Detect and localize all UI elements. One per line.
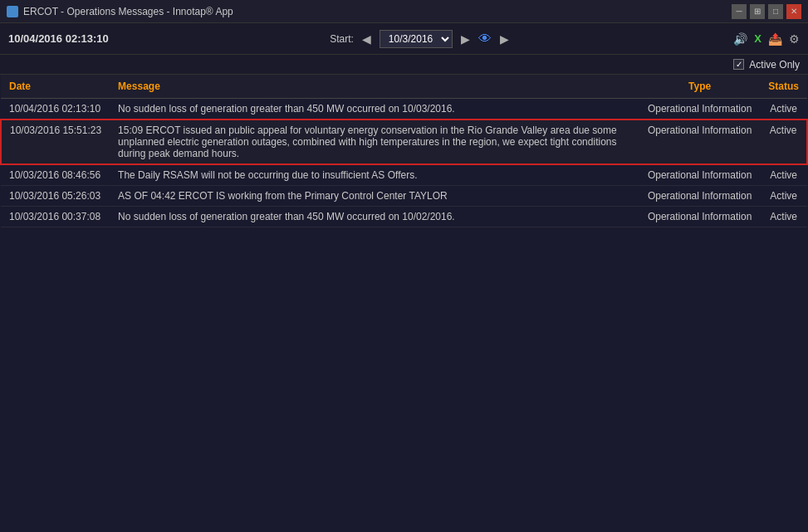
cell-type: Operational Information (639, 120, 760, 164)
audio-button[interactable]: 🔊 (733, 32, 747, 46)
table-row[interactable]: 10/04/2016 02:13:10No sudden loss of gen… (1, 98, 807, 120)
export-button[interactable]: 📤 (768, 32, 782, 46)
cell-type: Operational Information (639, 185, 760, 206)
cell-message: The Daily RSASM will not be occurring du… (110, 164, 639, 186)
forward-button[interactable]: ▶ (497, 31, 512, 47)
table-row[interactable]: 10/03/2016 08:46:56The Daily RSASM will … (1, 164, 807, 186)
current-datetime: 10/04/2016 02:13:10 (8, 32, 109, 45)
cell-status: Active (760, 206, 807, 227)
cell-date: 10/03/2016 00:37:08 (1, 206, 110, 227)
table-body: 10/04/2016 02:13:10No sudden loss of gen… (1, 98, 807, 227)
cell-status: Active (760, 98, 807, 120)
messages-table: Date Message Type Status 10/04/2016 02:1… (0, 75, 808, 227)
title-bar: ERCOT - Operations Messages - Innotap® A… (0, 0, 808, 23)
toolbar-actions: 🔊 X 📤 ⚙ (733, 32, 800, 46)
view-toggle-button[interactable]: 👁 (478, 32, 492, 46)
date-selector[interactable]: 10/3/2016 (380, 30, 453, 48)
maximize-button[interactable]: ⊞ (750, 4, 765, 19)
col-header-date: Date (1, 75, 110, 98)
cell-status: Active (760, 120, 807, 164)
table-row[interactable]: 10/03/2016 15:51:2315:09 ERCOT issued an… (1, 120, 807, 164)
toolbar: 10/04/2016 02:13:10 Start: ◀ 10/3/2016 ▶… (0, 23, 808, 55)
cell-message: AS OF 04:42 ERCOT IS working from the Pr… (110, 185, 639, 206)
app-icon (7, 6, 18, 17)
active-only-checkbox[interactable] (733, 59, 744, 70)
settings-button[interactable]: ⚙ (789, 32, 800, 46)
title-bar-left: ERCOT - Operations Messages - Innotap® A… (7, 6, 233, 17)
table-row[interactable]: 10/03/2016 05:26:03AS OF 04:42 ERCOT IS … (1, 185, 807, 206)
col-header-status: Status (760, 75, 807, 98)
cell-message: 15:09 ERCOT issued an public appeal for … (110, 120, 639, 164)
cell-status: Active (760, 185, 807, 206)
start-label: Start: (330, 33, 354, 45)
restore-button[interactable]: □ (768, 4, 783, 19)
cell-date: 10/04/2016 02:13:10 (1, 98, 110, 120)
cell-status: Active (760, 164, 807, 186)
close-button[interactable]: ✕ (786, 4, 801, 19)
cell-type: Operational Information (639, 206, 760, 227)
minimize-button[interactable]: ─ (732, 4, 747, 19)
cell-message: No sudden loss of generation greater tha… (110, 206, 639, 227)
active-only-row: Active Only (0, 55, 808, 75)
cell-message: No sudden loss of generation greater tha… (110, 98, 639, 120)
cell-date: 10/03/2016 08:46:56 (1, 164, 110, 186)
next-date-button[interactable]: ▶ (458, 31, 473, 47)
cell-type: Operational Information (639, 98, 760, 120)
table-container: Date Message Type Status 10/04/2016 02:1… (0, 75, 808, 532)
excel-button[interactable]: X (754, 32, 761, 45)
window-title: ERCOT - Operations Messages - Innotap® A… (23, 6, 233, 17)
main-content: Date Message Type Status 10/04/2016 02:1… (0, 75, 808, 532)
active-only-label: Active Only (749, 59, 800, 71)
cell-date: 10/03/2016 15:51:23 (1, 120, 110, 164)
table-header: Date Message Type Status (1, 75, 807, 98)
col-header-type: Type (639, 75, 760, 98)
date-navigation: Start: ◀ 10/3/2016 ▶ 👁 ▶ (330, 30, 512, 48)
cell-type: Operational Information (639, 164, 760, 186)
table-row[interactable]: 10/03/2016 00:37:08No sudden loss of gen… (1, 206, 807, 227)
prev-date-button[interactable]: ◀ (359, 31, 375, 47)
cell-date: 10/03/2016 05:26:03 (1, 185, 110, 206)
col-header-message: Message (110, 75, 639, 98)
window-controls: ─ ⊞ □ ✕ (732, 4, 801, 19)
